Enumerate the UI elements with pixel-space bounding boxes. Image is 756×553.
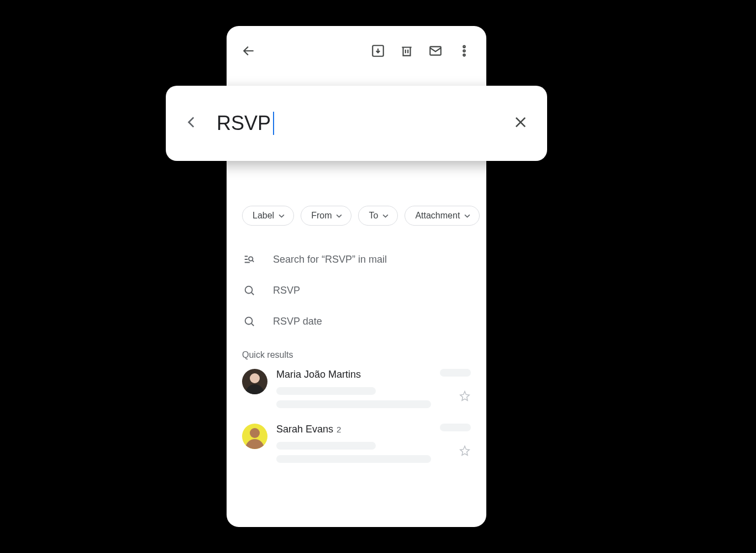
- archive-icon[interactable]: [367, 40, 389, 62]
- chip-label: Attachment: [415, 211, 460, 221]
- svg-point-2: [463, 46, 465, 48]
- search-icon: [242, 284, 256, 296]
- suggestion-text: RSVP date: [273, 316, 322, 327]
- result-row[interactable]: Maria João Martins: [242, 369, 471, 408]
- chevron-down-icon: [336, 213, 342, 219]
- search-query-text: RSVP: [217, 112, 271, 135]
- result-body: Sarah Evans 2: [276, 424, 431, 463]
- filter-chips-row: Label From To Attachment: [242, 206, 486, 226]
- avatar: [242, 369, 267, 394]
- attachment-chip[interactable]: Attachment: [405, 206, 480, 226]
- search-bar: RSVP: [166, 86, 547, 161]
- skeleton-pill: [440, 424, 471, 431]
- label-chip[interactable]: Label: [242, 206, 294, 226]
- suggestion-text: Search for “RSVP” in mail: [273, 254, 387, 265]
- search-in-mail-row[interactable]: Search for “RSVP” in mail: [242, 244, 471, 275]
- text-cursor: [273, 112, 274, 135]
- suggestion-row[interactable]: RSVP date: [242, 306, 471, 337]
- skeleton-line: [276, 387, 376, 395]
- quick-results-list: Maria João Martins Sarah Evans 2: [242, 369, 471, 478]
- mail-icon[interactable]: [424, 40, 447, 62]
- svg-point-9: [250, 373, 260, 383]
- search-input[interactable]: RSVP: [217, 112, 274, 135]
- chevron-down-icon: [382, 213, 389, 219]
- from-chip[interactable]: From: [301, 206, 351, 226]
- chip-label: To: [369, 211, 378, 221]
- result-body: Maria João Martins: [276, 369, 431, 408]
- result-count: 2: [337, 425, 341, 434]
- skeleton-pill: [440, 369, 471, 377]
- suggestion-row[interactable]: RSVP: [242, 275, 471, 306]
- svg-point-6: [245, 286, 253, 294]
- result-name: Maria João Martins: [276, 369, 361, 380]
- search-icon: [242, 315, 256, 327]
- chevron-down-icon: [279, 213, 285, 219]
- svg-point-5: [249, 257, 253, 260]
- star-icon[interactable]: [459, 390, 471, 404]
- chip-label: Label: [253, 211, 274, 221]
- more-vert-icon[interactable]: [453, 40, 475, 62]
- star-icon[interactable]: [459, 445, 471, 459]
- chip-label: From: [311, 211, 332, 221]
- chevron-left-icon[interactable]: [185, 115, 199, 132]
- svg-point-11: [250, 428, 260, 438]
- suggestion-text: RSVP: [273, 285, 300, 296]
- skeleton-line: [276, 400, 431, 408]
- svg-point-3: [463, 50, 465, 51]
- skeleton-line: [276, 442, 376, 450]
- to-chip[interactable]: To: [358, 206, 398, 226]
- close-icon[interactable]: [513, 114, 528, 132]
- quick-results-header: Quick results: [242, 350, 293, 360]
- back-arrow-icon[interactable]: [238, 40, 260, 62]
- avatar: [242, 424, 267, 449]
- search-suggestions: Search for “RSVP” in mail RSVP RSVP date: [242, 244, 471, 337]
- result-side: [440, 424, 471, 459]
- result-name: Sarah Evans: [276, 424, 333, 435]
- svg-point-4: [463, 54, 465, 56]
- svg-point-7: [245, 317, 253, 325]
- result-row[interactable]: Sarah Evans 2: [242, 424, 471, 463]
- delete-icon[interactable]: [396, 40, 418, 62]
- skeleton-line: [276, 455, 431, 463]
- result-side: [440, 369, 471, 404]
- appbar: [227, 26, 486, 76]
- chevron-down-icon: [464, 213, 470, 219]
- manage-search-icon: [242, 253, 256, 265]
